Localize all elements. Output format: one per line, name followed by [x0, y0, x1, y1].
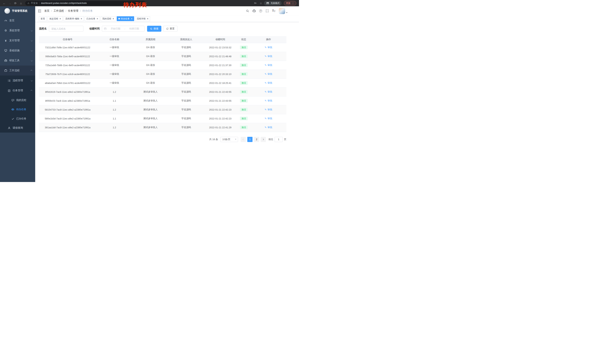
status-cell: 激活 — [237, 114, 251, 123]
process-cell: 测试多审批人 — [133, 96, 169, 105]
tab-close-icon[interactable]: × — [97, 17, 98, 20]
app-logo[interactable]: 芋道管理系统 — [0, 6, 35, 16]
sidebar-item-devtools[interactable]: 研发工具 — [0, 56, 35, 65]
approve-button[interactable]: ✎ 审批 — [265, 46, 273, 49]
sidebar-item-todo-tasks[interactable]: 待办任务 — [0, 105, 35, 114]
breadcrumb-item-workflow[interactable]: 工作流程 — [54, 9, 64, 13]
end-date-placeholder[interactable]: 结束日期 — [126, 27, 142, 30]
page-button-1[interactable]: 1 — [247, 137, 252, 142]
prev-page-button[interactable] — [241, 137, 246, 142]
approve-button[interactable]: ✎ 审批 — [265, 90, 273, 93]
page-button-2[interactable]: 2 — [254, 137, 259, 142]
help-icon[interactable] — [259, 9, 262, 12]
process-name-input[interactable] — [49, 26, 83, 32]
sidebar-item-task-management[interactable]: 任务管理 — [0, 86, 35, 96]
bookmark-star-icon[interactable]: ☆ — [258, 2, 263, 5]
key-icon[interactable] — [253, 2, 258, 5]
sidebar-item-process-management[interactable]: 流程管理 — [0, 75, 35, 86]
initiator-cell: 芋道源码 — [169, 114, 204, 123]
reset-button[interactable]: 重置 — [163, 26, 177, 32]
status-badge: 激活 — [240, 46, 248, 49]
breadcrumb-item-task-management[interactable]: 任务管理 — [68, 9, 78, 13]
approve-button[interactable]: ✎ 审批 — [265, 117, 273, 120]
sidebar-item-leave-query[interactable]: 请假查询 — [0, 123, 35, 133]
task-name-cell: 一级审批 — [96, 70, 133, 79]
approve-button[interactable]: ✎ 审批 — [265, 108, 273, 111]
tab-待办任务[interactable]: 待办任务× — [117, 16, 134, 21]
approve-button[interactable]: ✎ 审批 — [265, 99, 273, 102]
table-row: 75d72608-7b7f-11ec-a3c8-acde48001122一级审批… — [39, 70, 286, 79]
update-button[interactable]: 更新 ⋮ — [284, 1, 296, 6]
hamburger-icon[interactable] — [38, 9, 41, 13]
column-header-task-id: 任务编号 — [39, 36, 96, 43]
page-size-select[interactable]: 10条/页 — [220, 137, 238, 142]
incognito-badge: 无痕模式 — [264, 1, 282, 6]
sidebar-item-label: 支付管理 — [9, 39, 20, 42]
back-icon[interactable]: ← — [2, 2, 7, 5]
sidebar-item-payment[interactable]: ¥ 支付管理 — [0, 36, 35, 46]
column-header-action: 操作 — [251, 36, 286, 43]
sidebar-item-system[interactable]: ⚙ 系统管理 — [0, 25, 35, 36]
task-id-cell: 381aa1dd-7ac8-11ec-a9e2-a2380e71991a — [39, 123, 96, 132]
column-header-created: 创建时间 — [204, 36, 237, 43]
update-label: 更新 — [286, 2, 291, 5]
search-icon[interactable] — [246, 9, 249, 12]
sidebar-item-home[interactable]: 首页 — [0, 16, 35, 25]
tab-已办任务[interactable]: 已办任务× — [85, 16, 100, 21]
process-cell: 测试多审批人 — [133, 114, 169, 123]
tab-流程详情[interactable]: 流程详情× — [135, 16, 150, 21]
approve-button[interactable]: ✎ 审批 — [265, 64, 273, 66]
user-menu[interactable] — [279, 8, 288, 14]
breadcrumb-item-home[interactable]: 首页 — [44, 9, 50, 13]
browser-menu-icon[interactable]: ⋮ — [292, 2, 294, 5]
status-badge: 激活 — [240, 99, 248, 103]
process-name-label: 流程名 — [39, 27, 47, 30]
date-range-picker[interactable]: 开始日期 - 结束日期 — [102, 26, 144, 32]
chevron-down-icon — [235, 139, 236, 140]
approve-button[interactable]: ✎ 审批 — [265, 73, 273, 75]
table-row: 069c6a63-7b8a-11ec-8ef0-acde48001122一级审批… — [39, 52, 286, 61]
sidebar-item-label: 流程管理 — [13, 79, 23, 82]
briefcase-icon — [4, 69, 8, 72]
font-size-icon[interactable] — [272, 9, 275, 12]
tab-close-icon[interactable]: × — [147, 17, 148, 20]
task-id-cell: 725a1eb6-7b88-11ec-8ef0-acde48001122 — [39, 61, 96, 70]
approve-button[interactable]: ✎ 审批 — [265, 55, 273, 57]
goto-suffix: 页 — [284, 138, 286, 141]
status-cell: 激活 — [237, 70, 251, 79]
edit-icon: ✎ — [265, 82, 266, 84]
status-badge: 激活 — [240, 108, 248, 112]
search-button[interactable]: 搜索 — [147, 26, 161, 32]
github-icon[interactable] — [252, 9, 256, 13]
start-date-placeholder[interactable]: 开始日期 — [107, 27, 124, 30]
tab-发起流程[interactable]: 发起流程× — [48, 16, 63, 21]
approve-button[interactable]: ✎ 审批 — [265, 126, 273, 129]
tab-流程表单-编辑[interactable]: 流程表单-编辑× — [64, 16, 84, 21]
tab-我的流程[interactable]: 我的流程× — [101, 16, 116, 21]
pagination: 共 16 条 10条/页 1 2 前往 页 — [39, 137, 286, 142]
action-cell: ✎ 审批 — [251, 96, 286, 105]
approve-button[interactable]: ✎ 审批 — [265, 81, 273, 84]
tab-close-icon[interactable]: × — [59, 17, 61, 20]
tab-close-icon[interactable]: × — [131, 17, 133, 20]
sidebar-item-label: 系统管理 — [9, 29, 20, 32]
sidebar-item-infrastructure[interactable]: 基础设施 — [0, 46, 35, 56]
fullscreen-icon[interactable] — [266, 9, 269, 12]
address-bar[interactable]: ⚠ 不安全 dashboard.yudao.iocoder.cn/bpm/tas… — [25, 1, 146, 6]
chevron-down-icon — [31, 29, 33, 31]
breadcrumb-separator: / — [80, 9, 81, 12]
sidebar-item-workflow[interactable]: 工作流程 — [0, 65, 35, 75]
forward-icon[interactable]: → — [8, 2, 12, 5]
next-page-button[interactable] — [261, 137, 266, 142]
tab-close-icon[interactable]: × — [113, 17, 114, 20]
goto-page-input[interactable] — [274, 137, 283, 142]
sidebar-item-done-tasks[interactable]: 已办任务 — [0, 114, 35, 123]
tab-首页[interactable]: 首页 — [39, 16, 47, 21]
tab-close-icon[interactable]: × — [81, 17, 82, 20]
sidebar-item-my-process[interactable]: 我的流程 — [0, 96, 35, 105]
home-icon[interactable]: ⌂ — [18, 2, 23, 5]
initiator-cell: 芋道源码 — [169, 61, 204, 70]
avatar[interactable] — [279, 8, 285, 14]
column-header-initiator: 流程发起人 — [169, 36, 204, 43]
refresh-icon[interactable]: ⟳ — [13, 2, 18, 5]
